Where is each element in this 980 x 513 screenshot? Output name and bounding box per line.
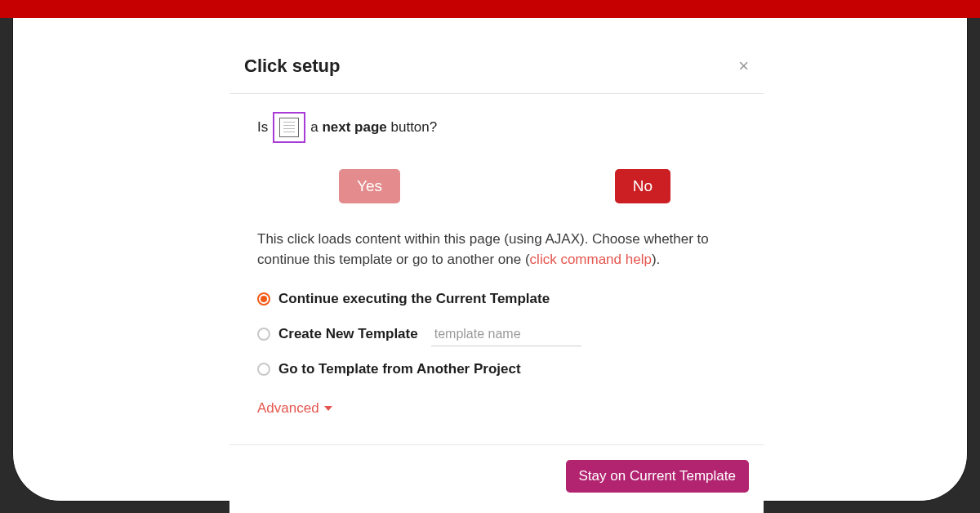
radio-icon bbox=[257, 328, 270, 341]
modal-title: Click setup bbox=[244, 56, 340, 77]
question-bold: next page bbox=[322, 119, 386, 135]
top-stripe bbox=[0, 0, 980, 18]
radio-goto-other-project[interactable]: Go to Template from Another Project bbox=[257, 361, 736, 377]
main-panel: Click setup × Is a next page button? Yes… bbox=[12, 18, 968, 502]
radio-label: Continue executing the Current Template bbox=[278, 291, 550, 307]
modal-header: Click setup × bbox=[229, 36, 764, 94]
radio-create-new[interactable]: Create New Template bbox=[257, 322, 736, 346]
element-thumbnail bbox=[273, 112, 305, 143]
modal-body: Is a next page button? Yes No This click… bbox=[229, 94, 764, 444]
stay-on-current-template-button[interactable]: Stay on Current Template bbox=[566, 460, 749, 493]
radio-label: Create New Template bbox=[278, 326, 418, 342]
click-command-help-link[interactable]: click command help bbox=[530, 252, 652, 267]
next-page-question: Is a next page button? bbox=[257, 112, 736, 143]
close-icon[interactable]: × bbox=[738, 57, 749, 75]
explain-after: ). bbox=[652, 252, 660, 267]
question-prefix: Is bbox=[257, 119, 268, 136]
radio-label: Go to Template from Another Project bbox=[278, 361, 521, 377]
advanced-toggle[interactable]: Advanced bbox=[257, 400, 332, 417]
radio-icon bbox=[257, 292, 270, 306]
question-suffix: button? bbox=[387, 119, 437, 135]
explanation-text: This click loads content within this pag… bbox=[257, 230, 736, 270]
modal-footer: Stay on Current Template bbox=[229, 444, 764, 513]
chevron-down-icon bbox=[324, 406, 332, 411]
radio-continue-current[interactable]: Continue executing the Current Template bbox=[257, 291, 736, 307]
page-icon bbox=[279, 118, 299, 137]
yes-button[interactable]: Yes bbox=[339, 169, 400, 203]
yes-no-row: Yes No bbox=[257, 169, 736, 203]
new-template-name-input[interactable] bbox=[431, 322, 581, 346]
no-button[interactable]: No bbox=[615, 169, 670, 203]
advanced-label: Advanced bbox=[257, 400, 319, 417]
radio-icon bbox=[257, 363, 270, 376]
template-action-radios: Continue executing the Current Template … bbox=[257, 291, 736, 377]
click-setup-modal: Click setup × Is a next page button? Yes… bbox=[229, 36, 764, 513]
question-middle: a bbox=[310, 119, 322, 135]
